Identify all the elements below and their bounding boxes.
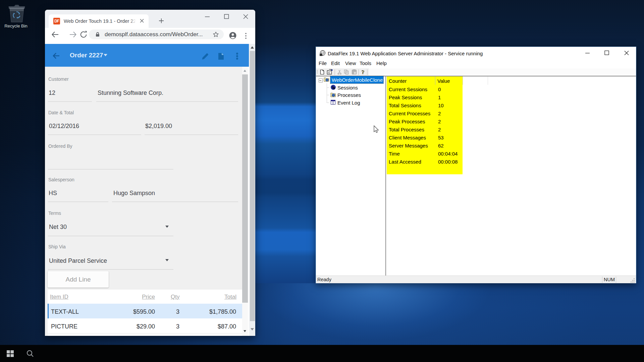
svg-text:?: ? xyxy=(362,69,365,75)
